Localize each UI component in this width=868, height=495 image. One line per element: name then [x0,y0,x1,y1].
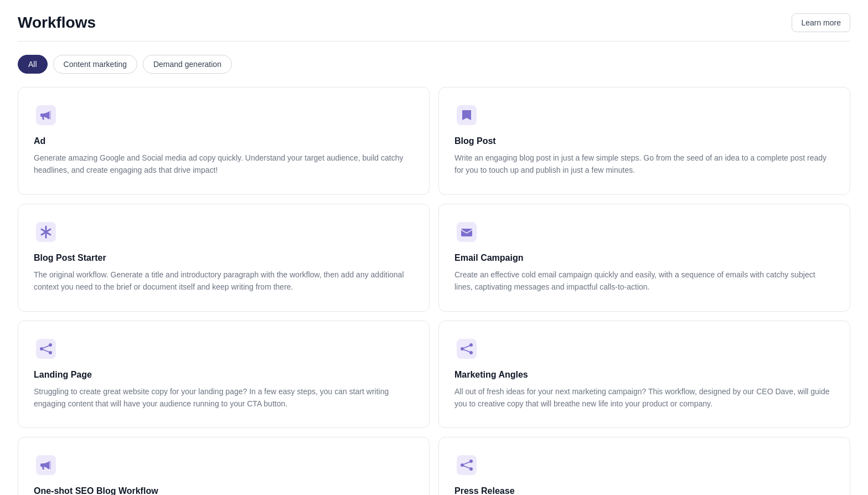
svg-point-13 [469,343,473,347]
svg-rect-6 [36,339,56,359]
filter-tab-content-marketing[interactable]: Content marketing [53,55,137,74]
workflow-description: Struggling to create great website copy … [34,385,414,410]
svg-point-8 [40,347,43,350]
workflow-card-marketing-angles[interactable]: Marketing AnglesAll out of fresh ideas f… [438,321,850,429]
workflow-description: Generate amazing Google and Social media… [34,152,414,177]
svg-point-22 [469,467,473,471]
workflow-name: Press Release [454,486,834,495]
workflow-description: Create an effective cold email campaign … [454,269,834,293]
workflow-card-blog-post[interactable]: Blog PostWrite an engaging blog post in … [438,87,850,195]
svg-rect-5 [461,229,472,236]
workflow-card-ad[interactable]: AdGenerate amazing Google and Social med… [18,87,430,195]
svg-rect-12 [457,339,477,359]
page-header: Workflows Learn more [18,13,850,42]
workflow-card-press-release[interactable]: Press ReleaseUpdate your audience quickl… [438,437,850,495]
svg-point-7 [49,343,52,347]
workflow-card-email-campaign[interactable]: Email CampaignCreate an effective cold e… [438,204,850,312]
workflow-name: Email Campaign [454,253,834,263]
filter-tab-all[interactable]: All [18,55,48,74]
workflow-description: The original workflow. Generate a title … [34,269,414,293]
share-icon [454,337,479,361]
page-container: Workflows Learn more AllContent marketin… [0,0,868,495]
share-icon [454,453,479,477]
asterisk-icon [34,220,58,244]
learn-more-button[interactable]: Learn more [792,13,850,32]
workflow-name: One-shot SEO Blog Workflow [34,486,414,495]
megaphone-icon [34,103,58,127]
svg-point-21 [461,463,464,467]
email-icon [454,220,479,244]
workflow-name: Ad [34,136,414,146]
workflow-card-blog-post-starter[interactable]: Blog Post StarterThe original workflow. … [18,204,430,312]
workflow-card-one-shot-seo[interactable]: One-shot SEO Blog WorkflowGenerate highl… [18,437,430,495]
filter-tabs: AllContent marketingDemand generation [18,55,850,74]
workflow-name: Blog Post [454,136,834,146]
svg-point-14 [461,347,464,350]
svg-point-20 [469,460,473,463]
workflow-name: Blog Post Starter [34,253,414,263]
workflow-description: All out of fresh ideas for your next mar… [454,385,834,410]
workflow-description: Write an engaging blog post in just a fe… [454,152,834,177]
svg-point-3 [45,230,48,233]
svg-point-9 [49,351,52,354]
megaphone-icon [34,453,58,477]
filter-tab-demand-generation[interactable]: Demand generation [143,55,232,74]
workflows-grid: AdGenerate amazing Google and Social med… [18,87,850,495]
workflow-name: Landing Page [34,370,414,380]
workflow-name: Marketing Angles [454,370,834,380]
page-title: Workflows [18,14,96,32]
share-icon [34,337,58,361]
workflow-card-landing-page[interactable]: Landing PageStruggling to create great w… [18,321,430,429]
svg-rect-19 [457,455,477,475]
svg-point-15 [469,351,473,354]
bookmark-icon [454,103,479,127]
